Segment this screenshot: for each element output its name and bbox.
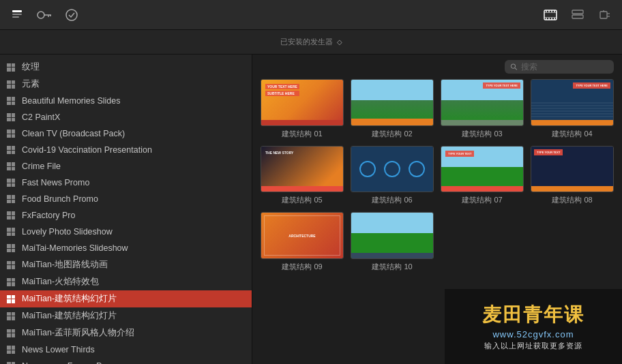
grid-icon-3 [5, 112, 16, 123]
sidebar-item-14[interactable]: MaiTian-建筑结构幻灯片 [0, 290, 252, 307]
sidebar-item-label-0: 纹理 [22, 61, 40, 73]
sidebar-item-2[interactable]: Beautiful Memories Slides [0, 93, 252, 109]
sidebar-item-label-17: News Lower Thirds [22, 345, 95, 354]
thumb-item-6[interactable]: TYPE YOUR TEXT建筑结构 07 [441, 146, 524, 206]
sidebar-item-3[interactable]: C2 PaintX [0, 109, 252, 125]
search-icon [510, 63, 518, 71]
sidebar-item-label-9: FxFactory Pro [22, 211, 76, 220]
thumb-item-2[interactable]: TYPE YOUR TEXT HERE建筑结构 03 [441, 79, 524, 139]
search-bar [252, 55, 622, 79]
search-input[interactable] [521, 62, 608, 72]
sidebar-item-label-8: Food Brunch Promo [22, 194, 98, 204]
sidebar-item-label-6: Crime File [22, 162, 61, 171]
sidebar-item-0[interactable]: 纹理 [0, 59, 252, 76]
sidebar-item-13[interactable]: MaiTian-火焰特效包 [0, 273, 252, 290]
sidebar-item-15[interactable]: MaiTian-建筑结构幻灯片 [0, 307, 252, 324]
thumb-item-7[interactable]: TYPE YOUR TEXT建筑结构 08 [531, 146, 614, 206]
sidebar-item-8[interactable]: Food Brunch Promo [0, 191, 252, 207]
svg-point-25 [511, 64, 515, 68]
sidebar-item-7[interactable]: Fast News Promo [0, 175, 252, 191]
grid-icon-12 [5, 260, 16, 271]
grid-icon-17 [5, 344, 16, 355]
download-icon[interactable] [8, 6, 26, 24]
grid-icon-16 [5, 328, 16, 339]
thumb-label-4: 建筑结构 05 [261, 195, 344, 205]
sidebar-item-5[interactable]: Covid-19 Vaccination Presentation [0, 142, 252, 158]
grid-icon-6 [5, 161, 16, 172]
thumb-image-1 [351, 79, 434, 126]
layers-icon[interactable] [569, 6, 587, 24]
svg-rect-11 [546, 10, 547, 12]
grid-icon-4 [5, 128, 16, 139]
sidebar-item-12[interactable]: MaiTian-地图路线动画 [0, 256, 252, 273]
grid-icon-7 [5, 177, 16, 188]
thumb-label-9: 建筑结构 10 [351, 262, 434, 272]
sidebar-item-6[interactable]: Crime File [0, 158, 252, 175]
thumb-label-6: 建筑结构 07 [441, 195, 524, 205]
thumb-label-3: 建筑结构 04 [531, 129, 614, 139]
thumb-image-7: TYPE YOUR TEXT [531, 146, 614, 193]
grid-icon-18 [5, 361, 16, 364]
thumb-label-5: 建筑结构 06 [351, 195, 434, 205]
titlebar-text: 已安装的发生器 [280, 37, 333, 47]
thumb-label-0: 建筑结构 01 [261, 129, 344, 139]
watermark-subtitle: 输入以上网址获取更多资源 [484, 341, 582, 351]
sidebar-item-4[interactable]: Clean TV (Broadcast Pack) [0, 125, 252, 142]
film-icon[interactable] [542, 6, 559, 24]
thumb-item-5[interactable]: 建筑结构 06 [351, 146, 434, 206]
sidebar-item-10[interactable]: Lovely Photo Slideshow [0, 224, 252, 240]
sidebar-item-label-5: Covid-19 Vaccination Presentation [22, 145, 152, 155]
sidebar-item-label-1: 元素 [22, 78, 40, 90]
thumb-image-3: TYPE YOUR TEXT HERE [531, 79, 614, 126]
chevron-icon[interactable]: ◇ [337, 38, 342, 46]
sidebar-item-label-2: Beautiful Memories Slides [22, 96, 121, 106]
thumb-image-6: TYPE YOUR TEXT [441, 146, 524, 193]
sidebar-item-label-4: Clean TV (Broadcast Pack) [22, 129, 125, 138]
svg-point-7 [66, 10, 77, 20]
sidebar-item-18[interactable]: Newspaper Freeze Promo [0, 358, 252, 364]
sidebar: 纹理元素Beautiful Memories SlidesC2 PaintXCl… [0, 55, 252, 364]
sidebar-item-1[interactable]: 元素 [0, 76, 252, 93]
sidebar-item-11[interactable]: MaiTai-Memories Slideshow [0, 240, 252, 256]
sidebar-item-label-16: MaiTian-孟菲斯风格人物介绍 [22, 327, 134, 339]
grid-icon-5 [5, 145, 16, 155]
thumb-label-8: 建筑结构 09 [261, 262, 344, 272]
sidebar-item-label-10: Lovely Photo Slideshow [22, 227, 113, 237]
thumb-image-0: YOUR TEXT HERESUBTITLE HERE [261, 79, 344, 126]
sidebar-item-17[interactable]: News Lower Thirds [0, 342, 252, 358]
thumb-image-9 [351, 212, 434, 259]
key-icon[interactable] [35, 6, 53, 24]
grid-icon-13 [5, 277, 16, 288]
plugin-icon[interactable] [596, 6, 614, 24]
watermark-title: 麦田青年课 [482, 302, 584, 328]
sidebar-item-9[interactable]: FxFactory Pro [0, 207, 252, 224]
svg-rect-21 [600, 12, 607, 18]
sidebar-item-label-15: MaiTian-建筑结构幻灯片 [22, 310, 117, 322]
thumb-image-4: THE NEW STORY [261, 146, 344, 193]
grid-icon-9 [5, 210, 16, 221]
thumb-item-4[interactable]: THE NEW STORY建筑结构 05 [261, 146, 344, 206]
sidebar-item-label-12: MaiTian-地图路线动画 [22, 259, 108, 271]
thumb-label-2: 建筑结构 03 [441, 129, 524, 139]
main-area: 纹理元素Beautiful Memories SlidesC2 PaintXCl… [0, 55, 622, 364]
sidebar-item-label-13: MaiTian-火焰特效包 [22, 276, 99, 288]
thumb-image-2: TYPE YOUR TEXT HERE [441, 79, 524, 126]
svg-rect-19 [572, 10, 583, 14]
watermark: 麦田青年课 www.52cgvfx.com 输入以上网址获取更多资源 [445, 289, 622, 364]
thumb-item-9[interactable]: 建筑结构 10 [351, 212, 434, 272]
svg-point-3 [38, 12, 44, 18]
thumb-item-3[interactable]: TYPE YOUR TEXT HERE建筑结构 04 [531, 79, 614, 139]
thumb-image-8: ARCHITECTURE [261, 212, 344, 259]
thumb-label-7: 建筑结构 08 [531, 195, 614, 205]
thumb-item-8[interactable]: ARCHITECTURE建筑结构 09 [261, 212, 344, 272]
thumb-item-1[interactable]: 建筑结构 02 [351, 79, 434, 139]
svg-rect-18 [554, 18, 555, 20]
check-circle-icon[interactable] [63, 6, 80, 24]
sidebar-item-label-11: MaiTai-Memories Slideshow [22, 243, 128, 253]
svg-line-26 [515, 68, 517, 70]
sidebar-item-label-18: Newspaper Freeze Promo [22, 361, 121, 364]
svg-rect-9 [544, 12, 557, 13]
sidebar-item-label-14: MaiTian-建筑结构幻灯片 [22, 293, 117, 305]
sidebar-item-16[interactable]: MaiTian-孟菲斯风格人物介绍 [0, 324, 252, 342]
thumb-item-0[interactable]: YOUR TEXT HERESUBTITLE HERE建筑结构 01 [261, 79, 344, 139]
